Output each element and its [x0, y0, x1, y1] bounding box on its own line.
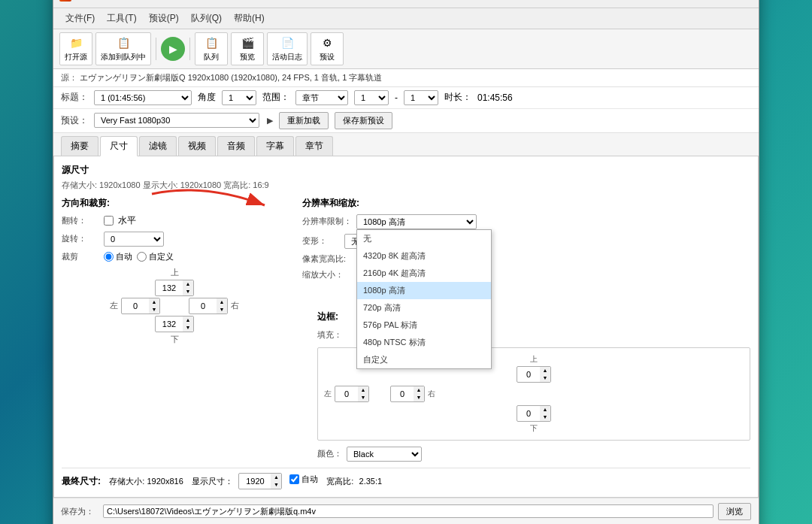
maximize-button[interactable]: □	[709, 0, 730, 3]
crop-top-field[interactable]	[156, 283, 183, 293]
preset-arrow: ▶	[267, 116, 273, 126]
preset-label: 预设：	[61, 114, 88, 127]
dropdown-item-4k[interactable]: 2160p 4K 超高清	[357, 265, 491, 282]
menu-queue[interactable]: 队列(Q)	[185, 10, 228, 27]
dropdown-item-custom[interactable]: 自定义	[357, 351, 491, 368]
reload-preset-button[interactable]: 重新加载	[279, 112, 329, 129]
crop-auto-radio[interactable]	[104, 252, 114, 262]
tab-filter[interactable]: 滤镜	[139, 136, 177, 156]
queue-button[interactable]: 📋 队列	[195, 32, 228, 65]
save-row: 保存为： 浏览	[53, 498, 759, 525]
display-size-up[interactable]: ▲	[271, 474, 281, 481]
range-dash: -	[395, 92, 398, 103]
tab-video[interactable]: 视频	[178, 136, 216, 156]
border-right-down[interactable]: ▼	[414, 394, 424, 401]
crop-bottom-spinners: ▲ ▼	[183, 317, 193, 332]
border-left-up[interactable]: ▲	[358, 386, 368, 394]
crop-top-up[interactable]: ▲	[183, 280, 193, 288]
tab-subtitles[interactable]: 字幕	[256, 136, 294, 156]
crop-left-field[interactable]	[122, 301, 149, 311]
preview-button[interactable]: 🎬 预览	[231, 32, 264, 65]
auto-label[interactable]: 自动	[289, 474, 318, 485]
display-size-spinners: ▲ ▼	[271, 474, 281, 489]
rotate-select[interactable]: 0 90 180 270	[104, 232, 164, 247]
crop-right-up[interactable]: ▲	[217, 298, 227, 306]
tab-audio[interactable]: 音频	[217, 136, 255, 156]
crop-custom-radio[interactable]	[137, 252, 147, 262]
preset-select[interactable]: Very Fast 1080p30	[94, 113, 259, 128]
range-select[interactable]: 章节	[295, 90, 348, 105]
main-columns: 方向和裁剪: 翻转： 水平 旋转： 0 90 180 270	[62, 197, 750, 462]
range-from-select[interactable]: 1	[354, 90, 389, 105]
border-bottom-area: ▲ ▼ 下	[324, 405, 744, 434]
crop-left-down[interactable]: ▼	[149, 306, 159, 313]
border-bottom-up[interactable]: ▲	[540, 406, 550, 413]
crop-top-down[interactable]: ▼	[183, 288, 193, 295]
crop-bottom-down[interactable]: ▼	[183, 324, 193, 332]
activity-log-button[interactable]: 📄 活动日志	[267, 32, 308, 65]
dropdown-item-720p[interactable]: 720p 高清	[357, 299, 491, 317]
menu-tools[interactable]: 工具(T)	[101, 10, 142, 27]
crop-custom-label[interactable]: 自定义	[137, 251, 174, 262]
tab-content: 源尺寸 存储大小: 1920x1080 显示大小: 1920x1080 宽高比:…	[53, 156, 759, 498]
display-size-down[interactable]: ▼	[271, 481, 281, 489]
border-right-up[interactable]: ▲	[414, 386, 424, 394]
flip-checkbox[interactable]	[104, 216, 114, 226]
crop-bottom-field[interactable]	[156, 319, 183, 329]
color-select[interactable]: Black	[347, 447, 422, 462]
crop-left-up[interactable]: ▲	[149, 298, 159, 306]
border-left-down[interactable]: ▼	[358, 394, 368, 401]
queue-icon: 📋	[204, 35, 219, 50]
dropdown-item-1080p[interactable]: 1080p 高清	[357, 282, 491, 299]
aspect-label: 宽高比:	[326, 477, 353, 486]
tab-chapters[interactable]: 章节	[295, 136, 333, 156]
close-button[interactable]: ✕	[732, 0, 753, 3]
menu-presets[interactable]: 预设(P)	[143, 10, 185, 27]
res-limit-select[interactable]: 1080p 高清	[356, 214, 477, 229]
border-top-field[interactable]	[517, 369, 540, 380]
border-bottom-down[interactable]: ▼	[540, 413, 550, 421]
crop-left-spinners: ▲ ▼	[149, 298, 159, 313]
save-preset-button[interactable]: 保存新预设	[335, 112, 392, 129]
browse-button[interactable]: 浏览	[718, 503, 751, 520]
title-select[interactable]: 1 (01:45:56)	[94, 90, 192, 105]
add-to-queue-button[interactable]: 📋 添加到队列中	[95, 32, 151, 65]
dropdown-item-480p[interactable]: 480p NTSC 标清	[357, 334, 491, 351]
title-label: 标题：	[61, 91, 88, 104]
source-bar: 源： エヴァンゲリヲン新劇場版Q 1920x1080 (1920x1080), …	[53, 69, 759, 87]
menu-help[interactable]: 帮助(H)	[228, 10, 271, 27]
crop-right-down[interactable]: ▼	[217, 306, 227, 313]
tab-size[interactable]: 尺寸	[100, 136, 138, 156]
border-left-spinners: ▲ ▼	[358, 386, 368, 401]
crop-bottom-up[interactable]: ▲	[183, 317, 193, 324]
crop-auto-label[interactable]: 自动	[104, 251, 132, 262]
crop-top-input: ▲ ▼	[155, 280, 194, 296]
border-top-spinners: ▲ ▼	[540, 367, 550, 382]
crop-right-field[interactable]	[189, 301, 217, 311]
presets-button[interactable]: ⚙ 预设	[311, 32, 344, 65]
menu-file[interactable]: 文件(F)	[59, 10, 101, 27]
open-source-button[interactable]: 📁 打开源	[59, 32, 92, 65]
crop-right-label: 右	[231, 300, 239, 311]
dropdown-item-none[interactable]: 无	[357, 230, 491, 247]
tab-summary[interactable]: 摘要	[61, 136, 98, 156]
start-encode-button[interactable]: ▶	[161, 37, 185, 61]
minimize-button[interactable]: —	[686, 0, 707, 3]
dropdown-item-8k[interactable]: 4320p 8K 超高清	[357, 247, 491, 265]
angle-select[interactable]: 1	[222, 90, 256, 105]
flip-value: 水平	[118, 214, 136, 227]
dropdown-item-576p[interactable]: 576p PAL 标清	[357, 317, 491, 334]
border-top-down[interactable]: ▼	[540, 374, 550, 382]
save-path-input[interactable]	[103, 504, 714, 518]
left-column: 方向和裁剪: 翻转： 水平 旋转： 0 90 180 270	[62, 197, 287, 462]
border-left-field[interactable]	[335, 389, 358, 399]
border-top-up[interactable]: ▲	[540, 367, 550, 374]
fill-label: 填充：	[317, 329, 355, 341]
border-right-field[interactable]	[391, 389, 414, 399]
border-bottom-field[interactable]	[517, 408, 540, 419]
auto-checkbox[interactable]	[289, 474, 299, 484]
anamorphic-label: 变形：	[302, 235, 340, 247]
range-to-select[interactable]: 1	[404, 90, 438, 105]
display-size-field[interactable]	[239, 476, 271, 486]
flip-row: 翻转： 水平	[62, 214, 287, 227]
